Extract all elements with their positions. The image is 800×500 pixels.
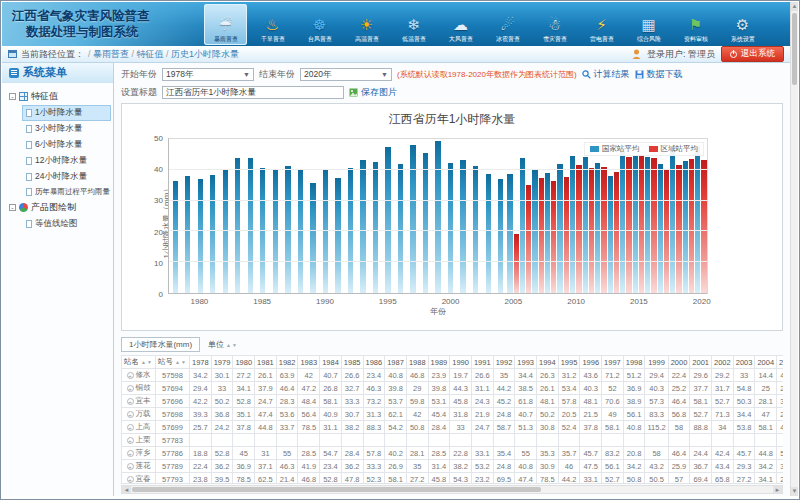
value-cell: 24.4 — [690, 447, 712, 460]
row-expand-icon[interactable]: + — [127, 385, 134, 392]
column-header-year-1997[interactable]: 1997 — [602, 356, 624, 369]
column-header-year-2001[interactable]: 2001 — [690, 356, 712, 369]
toolbar-item-10[interactable]: ▦综合风险 — [627, 4, 670, 45]
column-header-year-1980[interactable]: 1980 — [233, 356, 255, 369]
column-header-year-1996[interactable]: 1996 — [580, 356, 602, 369]
column-header-year-2005[interactable]: 2005 — [777, 356, 783, 369]
toolbar-item-5[interactable]: ❄低温普查 — [392, 4, 435, 45]
column-header-year-1992[interactable]: 1992 — [493, 356, 515, 369]
sidebar-item-1-5[interactable]: 24小时降水量 — [22, 169, 111, 185]
scroll-down-icon[interactable]: ▼ — [791, 487, 798, 496]
breadcrumb-item-2[interactable]: 特征值 — [137, 49, 164, 59]
toolbar-item-6[interactable]: ☁大风普查 — [439, 4, 482, 45]
table-row-57789[interactable]: +莲花5778922.436.236.937.146.341.923.436.2… — [122, 460, 784, 473]
calculate-button[interactable]: 计算结果 — [582, 68, 630, 81]
toolbar-item-4[interactable]: ☀高温普查 — [345, 4, 388, 45]
column-header-year-1987[interactable]: 1987 — [385, 356, 407, 369]
row-expand-icon[interactable]: + — [127, 372, 134, 379]
column-header-year-2004[interactable]: 2004 — [755, 356, 777, 369]
sidebar-item-1-1[interactable]: 1小时降水量 — [22, 105, 111, 121]
legend-item: 国家站平均 — [590, 144, 640, 154]
column-header-year-1985[interactable]: 1985 — [341, 356, 363, 369]
breadcrumb-item-3[interactable]: 历史1小时降水量 — [171, 49, 239, 59]
table-row-57786[interactable]: +萍乡5778618.852.845315528.554.728.457.840… — [122, 447, 784, 460]
value-cell: 21.5 — [580, 408, 602, 421]
column-header-year-1981[interactable]: 1981 — [255, 356, 277, 369]
column-header-year-1984[interactable]: 1984 — [320, 356, 342, 369]
sidebar-item-1-6[interactable]: 历年暴雨过程平均雨量 — [22, 185, 111, 199]
column-header-year-1986[interactable]: 1986 — [363, 356, 385, 369]
column-header-year-1983[interactable]: 1983 — [298, 356, 320, 369]
sidebar-item-1-2[interactable]: 3小时降水量 — [22, 121, 111, 137]
scroll-up-icon[interactable]: ▲ — [791, 2, 798, 11]
bar-national-1996 — [398, 164, 403, 293]
column-header-year-2003[interactable]: 2003 — [733, 356, 755, 369]
vscroll-thumb[interactable] — [792, 13, 797, 85]
column-header-year-1978[interactable]: 1978 — [190, 356, 212, 369]
table-row-57793[interactable]: +宜春5779323.839.578.562.521.446.852.847.8… — [122, 473, 784, 485]
save-image-button[interactable]: 保存图片 — [349, 86, 397, 99]
column-header-year-1979[interactable]: 1979 — [211, 356, 233, 369]
toolbar-item-7[interactable]: ☄冰雹普查 — [486, 4, 529, 45]
table-horizontal-scrollbar[interactable]: ◄ ► — [121, 485, 783, 494]
toolbar-item-2[interactable]: ♨干旱普查 — [251, 4, 294, 45]
column-header-year-1998[interactable]: 1998 — [623, 356, 645, 369]
logout-button[interactable]: 退出系统 — [721, 46, 784, 62]
column-header-station-name[interactable]: 站名 ▲▼ — [122, 356, 156, 369]
scroll-left-icon[interactable]: ◄ — [122, 486, 131, 493]
toolbar-item-12[interactable]: ⚙系统设置 — [721, 4, 764, 45]
calculator-icon: ▦ — [641, 17, 655, 34]
collapse-icon[interactable]: - — [9, 93, 16, 100]
table-row-57698[interactable]: +万载5769839.336.835.147.453.656.440.930.7… — [122, 408, 784, 421]
value-cell: 24.8 — [493, 460, 515, 473]
row-expand-icon[interactable]: + — [127, 450, 134, 457]
start-year-select[interactable]: 1978年 ▼ — [162, 68, 254, 81]
table-row-57699[interactable]: +上高5769925.724.237.844.833.778.531.138.2… — [122, 421, 784, 434]
column-header-year-1994[interactable]: 1994 — [537, 356, 559, 369]
column-header-year-1982[interactable]: 1982 — [276, 356, 298, 369]
column-header-year-2000[interactable]: 2000 — [668, 356, 690, 369]
table-row-57598[interactable]: +修水5759834.230.127.226.163.94240.726.623… — [122, 369, 784, 382]
scroll-right-icon[interactable]: ► — [773, 486, 782, 493]
breadcrumb-item-1[interactable]: 暴雨普查 — [93, 49, 129, 59]
sidebar-item-1-4[interactable]: 12小时降水量 — [22, 153, 111, 169]
column-header-year-1988[interactable]: 1988 — [406, 356, 428, 369]
chart-title-input[interactable] — [162, 86, 344, 99]
value-cell: 57 — [668, 473, 690, 485]
row-expand-icon[interactable]: + — [127, 437, 134, 444]
column-header-year-1993[interactable]: 1993 — [515, 356, 537, 369]
collapse-icon[interactable]: - — [9, 204, 16, 211]
sidebar-group-1[interactable]: -特征值 — [4, 88, 111, 105]
row-expand-icon[interactable]: + — [127, 411, 134, 418]
value-cell: 40.3 — [580, 382, 602, 395]
toolbar-item-8[interactable]: ☃雪灾普查 — [533, 4, 576, 45]
row-expand-icon[interactable]: + — [127, 424, 134, 431]
column-header-year-1990[interactable]: 1990 — [450, 356, 472, 369]
toolbar-item-9[interactable]: ⚡雷电普查 — [580, 4, 623, 45]
row-expand-icon[interactable]: + — [127, 463, 134, 470]
column-header-year-2002[interactable]: 2002 — [712, 356, 734, 369]
row-expand-icon[interactable]: + — [127, 476, 134, 483]
value-cell: 58.7 — [493, 421, 515, 434]
toolbar-item-3[interactable]: ☸台风普查 — [298, 4, 341, 45]
end-year-select[interactable]: 2020年 ▼ — [300, 68, 392, 81]
download-button[interactable]: 数据下载 — [635, 68, 683, 81]
sidebar-item-2-1[interactable]: 等值线绘图 — [22, 216, 111, 232]
unit-sort-control[interactable]: 单位 ▲▼ — [208, 339, 238, 350]
window-vertical-scrollbar[interactable]: ▲ ▼ — [790, 2, 798, 496]
row-expand-icon[interactable]: + — [127, 398, 134, 405]
app-title: 江西省气象灾害风险普查 数据处理与制图系统 — [12, 8, 150, 40]
toolbar-item-11[interactable]: ⚑资料审核 — [674, 4, 717, 45]
table-row-57783[interactable]: +上栗57783 — [122, 434, 784, 447]
toolbar-item-1[interactable]: ☔暴雨普查 — [204, 4, 247, 45]
column-header-station-id[interactable]: 站号 ▲▼ — [156, 356, 190, 369]
sidebar-item-1-3[interactable]: 6小时降水量 — [22, 137, 111, 153]
column-header-year-1989[interactable]: 1989 — [428, 356, 450, 369]
hscroll-thumb[interactable] — [132, 487, 541, 492]
sidebar-group-2[interactable]: -产品图绘制 — [4, 199, 111, 216]
column-header-year-1995[interactable]: 1995 — [558, 356, 580, 369]
table-row-57696[interactable]: +宜丰5769642.250.252.824.728.348.458.133.3… — [122, 395, 784, 408]
column-header-year-1999[interactable]: 1999 — [645, 356, 668, 369]
column-header-year-1991[interactable]: 1991 — [471, 356, 493, 369]
table-row-57694[interactable]: +铜鼓5769429.43334.137.946.447.226.832.746… — [122, 382, 784, 395]
